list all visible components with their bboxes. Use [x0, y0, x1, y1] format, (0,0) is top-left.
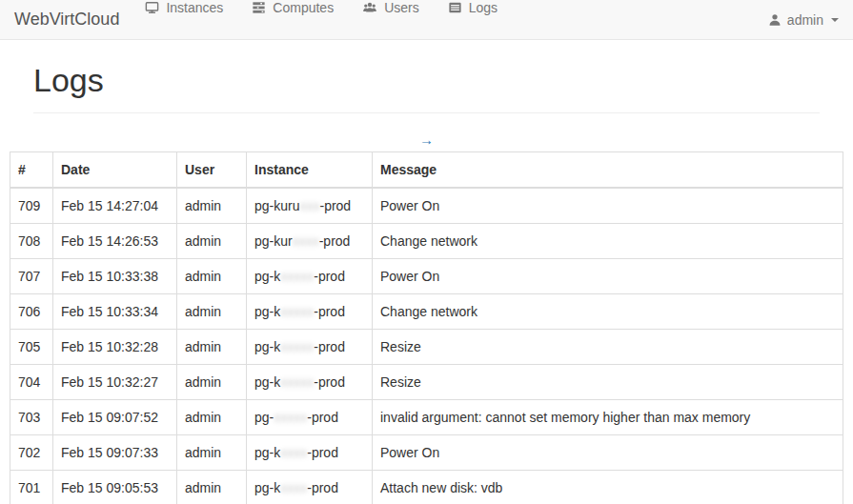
logs-table-header: # Date User Instance Message [10, 152, 843, 189]
instance-name-suffix: -prod [314, 269, 345, 284]
instance-name-suffix: -prod [314, 304, 345, 319]
user-icon [768, 13, 782, 27]
nav-item-label: Instances [166, 0, 223, 15]
instance-name-redacted: xxxx [280, 445, 307, 460]
instance-name-prefix: pg-k [254, 445, 280, 460]
log-row: 709Feb 15 14:27:04adminpg-kuruxxx-prodPo… [10, 188, 843, 224]
instance-name-prefix: pg-k [254, 374, 280, 390]
navbar: WebVirtCloud Instances Computes Users Lo… [0, 0, 853, 40]
log-date-cell: Feb 15 09:05:53 [53, 471, 177, 504]
log-id-cell: 703 [10, 400, 53, 435]
log-message-cell: Change network [373, 294, 843, 330]
log-user-cell: admin [177, 471, 247, 504]
instance-name-redacted: xxxx [293, 233, 319, 249]
instance-name-redacted: xxxxx [274, 410, 307, 425]
log-row: 704Feb 15 10:32:27adminpg-kxxxxx-prodRes… [10, 365, 843, 400]
column-header-user: User [177, 152, 247, 189]
logs-table: # Date User Instance Message 709Feb 15 1… [10, 151, 843, 504]
log-instance-cell: pg-kuruxxx-prod [247, 188, 373, 224]
column-header-id: # [10, 152, 53, 189]
log-message-cell: Power On [373, 259, 843, 294]
log-instance-cell: pg-kurxxxx-prod [247, 224, 373, 259]
instance-name-suffix: -prod [307, 445, 338, 460]
log-user-cell: admin [177, 400, 247, 435]
list-icon [448, 1, 462, 14]
log-row: 705Feb 15 10:32:28adminpg-kxxxxx-prodRes… [10, 330, 843, 365]
log-id-cell: 709 [10, 188, 53, 224]
column-header-date: Date [53, 152, 177, 189]
user-menu-label: admin [787, 12, 823, 28]
user-menu-dropdown[interactable]: admin [768, 0, 839, 39]
instance-name-prefix: pg- [254, 410, 274, 425]
log-message-cell: Change network [373, 224, 843, 259]
instance-name-prefix: pg-k [254, 269, 280, 284]
instance-name-suffix: -prod [307, 480, 338, 495]
column-header-message: Message [373, 152, 843, 189]
nav-item-label: Logs [469, 0, 498, 15]
next-page-link[interactable]: → [419, 131, 434, 148]
log-user-cell: admin [177, 188, 247, 224]
caret-down-icon [831, 18, 839, 22]
main-nav: Instances Computes Users Logs [131, 0, 512, 39]
instance-name-suffix: -prod [307, 410, 338, 425]
instance-name-prefix: pg-kur [254, 233, 293, 249]
nav-item-label: Users [384, 0, 419, 15]
log-row: 707Feb 15 10:33:38adminpg-kxxxxx-prodPow… [10, 259, 843, 294]
log-user-cell: admin [177, 294, 247, 330]
instance-name-redacted: xxx [299, 198, 319, 213]
nav-item-computes[interactable]: Computes [237, 0, 348, 15]
brand-link[interactable]: WebVirtCloud [14, 0, 119, 39]
log-message-cell: Attach new disk: vdb [373, 471, 843, 504]
instance-name-prefix: pg-kuru [254, 198, 299, 213]
instance-name-prefix: pg-k [254, 480, 280, 495]
log-row: 702Feb 15 09:07:33adminpg-kxxxx-prodPowe… [10, 435, 843, 471]
log-instance-cell: pg-kxxxx-prod [247, 435, 373, 471]
log-instance-cell: pg-kxxxxx-prod [247, 259, 373, 294]
instance-name-redacted: xxxxx [280, 374, 314, 390]
log-id-cell: 706 [10, 294, 53, 330]
log-message-cell: invalid argument: cannot set memory high… [373, 400, 843, 435]
log-user-cell: admin [177, 365, 247, 400]
page-title: Logs [33, 61, 820, 99]
instance-name-redacted: xxxx [280, 480, 307, 495]
log-date-cell: Feb 15 10:33:38 [53, 259, 177, 294]
log-id-cell: 702 [10, 435, 53, 471]
log-date-cell: Feb 15 10:33:34 [53, 294, 177, 330]
log-message-cell: Power On [373, 188, 843, 224]
log-instance-cell: pg-kxxxxx-prod [247, 330, 373, 365]
nav-item-users[interactable]: Users [348, 0, 434, 15]
log-user-cell: admin [177, 259, 247, 294]
users-icon [362, 1, 377, 14]
log-message-cell: Resize [373, 365, 843, 400]
log-id-cell: 707 [10, 259, 53, 294]
log-instance-cell: pg-kxxxxx-prod [247, 294, 373, 330]
log-id-cell: 701 [10, 471, 53, 504]
log-row: 708Feb 15 14:26:53adminpg-kurxxxx-prodCh… [10, 224, 843, 259]
log-instance-cell: pg-kxxxx-prod [247, 471, 373, 504]
log-user-cell: admin [177, 224, 247, 259]
nav-item-instances[interactable]: Instances [131, 0, 237, 15]
log-date-cell: Feb 15 14:27:04 [53, 188, 177, 224]
log-row: 706Feb 15 10:33:34adminpg-kxxxxx-prodCha… [10, 294, 843, 330]
instance-name-suffix: -prod [319, 198, 351, 213]
instance-name-suffix: -prod [314, 374, 345, 390]
log-id-cell: 708 [10, 224, 53, 259]
nav-item-logs[interactable]: Logs [434, 0, 512, 15]
instance-name-suffix: -prod [314, 339, 345, 354]
log-date-cell: Feb 15 09:07:33 [53, 435, 177, 471]
instance-name-suffix: -prod [319, 233, 351, 249]
log-date-cell: Feb 15 14:26:53 [53, 224, 177, 259]
instance-name-prefix: pg-k [254, 339, 280, 354]
log-message-cell: Resize [373, 330, 843, 365]
log-date-cell: Feb 15 10:32:27 [53, 365, 177, 400]
page-header: Logs [33, 53, 820, 113]
log-row: 701Feb 15 09:05:53adminpg-kxxxx-prodAtta… [10, 471, 843, 504]
instance-name-redacted: xxxxx [280, 339, 314, 354]
log-date-cell: Feb 15 10:32:28 [53, 330, 177, 365]
desktop-icon [145, 1, 159, 14]
instance-name-prefix: pg-k [254, 304, 280, 319]
column-header-instance: Instance [247, 152, 373, 189]
pagination: → [10, 131, 843, 150]
page-container: Logs → # Date User Instance Message 709F… [0, 53, 853, 504]
log-user-cell: admin [177, 435, 247, 471]
